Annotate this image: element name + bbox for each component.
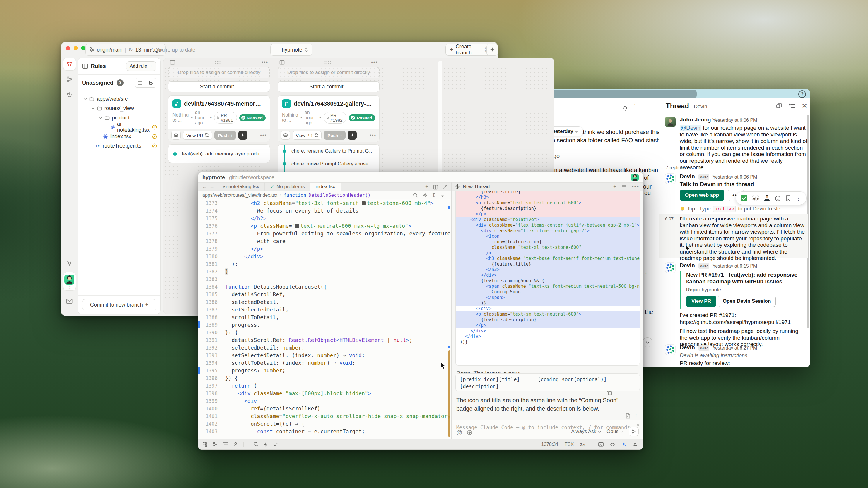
assistant-menu-icon[interactable]: ••• (632, 184, 639, 190)
start-commit-button[interactable]: Start a commit... (168, 82, 270, 92)
devin-avatar[interactable] (665, 262, 676, 273)
minimize-window-button[interactable] (73, 46, 78, 51)
code-line[interactable]: 1402 onScroll={(e) ⇒ { (198, 420, 451, 428)
branch-name[interactable]: devin/1764380749-memory-page (184, 100, 263, 107)
inline-assist-icon[interactable] (423, 193, 428, 198)
add-context-icon[interactable] (467, 430, 472, 435)
code-line[interactable]: 1390}: { (198, 329, 451, 336)
lane-menu-icon[interactable]: ••• (371, 60, 378, 65)
code-line[interactable]: 1403 const container = e.currentTarget; (198, 428, 451, 435)
workspace-tab[interactable] (63, 58, 76, 70)
code-line[interactable]: 1391 detailsScrollRef: React.RefObject<H… (198, 336, 451, 344)
collab-panel-icon[interactable] (233, 442, 244, 447)
code-line[interactable]: 1401 className="overflow-x-auto scrollba… (198, 413, 451, 420)
outline-panel-icon[interactable] (223, 442, 228, 447)
message-timestamp[interactable]: Yesterday at 6:15 PM (713, 263, 757, 269)
scroll-up-icon[interactable]: ↑ (635, 413, 638, 419)
project-switcher[interactable]: hyprnote (270, 44, 312, 56)
tab-index-tsx[interactable]: index.tsx (310, 183, 341, 191)
copilot-sparkle-icon[interactable] (621, 442, 626, 447)
code-line[interactable]: 1387 setSelectedDetail, (198, 306, 451, 314)
drag-handle-icon[interactable] (215, 61, 222, 64)
message-author[interactable]: Devin (680, 262, 695, 269)
expand-icon[interactable] (443, 185, 447, 189)
drop-zone[interactable]: Drop files to assign or commit directly (168, 67, 270, 78)
nav-forward-icon[interactable]: → (209, 184, 215, 190)
diagnostics-icon[interactable] (264, 442, 268, 447)
message-timestamp[interactable]: Yesterday at 6:06 PM (713, 118, 757, 123)
pr-link[interactable]: https://github.com/fastrepl/hyprnote/pul… (680, 319, 791, 326)
ci-status-badge[interactable]: Passed (239, 115, 266, 121)
maximize-window-button[interactable] (81, 46, 86, 51)
code-line[interactable]: 1373 <h2 className="text-3xl font-serif … (198, 199, 451, 207)
channel-more-icon[interactable]: ⋮ (632, 103, 639, 111)
tree-file[interactable]: ai-notetaking.tsx (80, 122, 159, 132)
panel-icon[interactable] (279, 60, 285, 65)
lock-edit-icon[interactable] (152, 134, 157, 139)
project-panel-icon[interactable] (203, 442, 207, 447)
tree-file[interactable]: TS routeTree.gen.ts (80, 141, 159, 151)
user-menu[interactable] (63, 272, 76, 291)
settings-button[interactable] (63, 257, 76, 270)
check-status-icon[interactable] (273, 442, 278, 446)
text-cursor-icon[interactable]: I (432, 192, 435, 198)
filter-icon[interactable] (440, 193, 445, 197)
pr-badge[interactable]: PR #1981 (214, 112, 237, 124)
view-pr-button[interactable]: View PR (686, 296, 716, 307)
code-line[interactable]: 1374 We focus on every bit of details (198, 207, 451, 215)
lock-edit-icon[interactable] (152, 125, 157, 130)
code-line[interactable]: 1384function DetailsMobileCarousel({ (198, 283, 451, 291)
commit-row[interactable]: chore: rename Gallery to Prompt Gallery … (278, 144, 379, 158)
close-icon[interactable]: ✕ (802, 102, 807, 110)
code-line[interactable]: 1379 </p> (198, 245, 451, 253)
code-line[interactable]: 1395 progress: number; (198, 367, 451, 375)
message-author[interactable]: Devin (680, 344, 695, 351)
code-line[interactable]: 1393 setSelectedDetail: (index: number) … (198, 352, 451, 359)
open-devin-session-button[interactable]: Open Devin Session (718, 296, 776, 307)
search-icon[interactable] (413, 193, 418, 198)
add-reaction-icon[interactable] (775, 195, 782, 202)
tree-view-button[interactable] (146, 78, 156, 87)
code-line[interactable]: 1389 progress, (198, 321, 451, 329)
list-view-button[interactable] (135, 78, 146, 87)
drop-zone[interactable]: Drop files to assign or commit directly (278, 67, 379, 78)
code-line[interactable]: 1382} (198, 268, 451, 275)
branch-name[interactable]: devin/1764380912-gallery-shortcuts (294, 100, 373, 107)
code-line[interactable]: 1394 scrollToDetail: (index: number) ⇒ v… (198, 359, 451, 367)
open-in-window-icon[interactable] (776, 102, 783, 109)
open-web-app-button[interactable]: Open web app (680, 190, 724, 201)
check-emoji[interactable] (741, 195, 748, 202)
ai-summarize-icon[interactable] (788, 102, 796, 109)
collab-avatar[interactable] (631, 173, 639, 181)
code-line[interactable]: 1400 ref={detailsScrollRef} (198, 405, 451, 413)
code-line[interactable]: 1388 scrollToDetail, (198, 314, 451, 321)
ai-commit-button[interactable] (348, 131, 357, 140)
permission-mode-select[interactable]: Always Ask (571, 429, 601, 434)
message-timestamp[interactable]: Yesterday at 6:27 PM (713, 346, 757, 351)
branches-tab[interactable] (63, 73, 76, 86)
lane-menu-icon[interactable]: ••• (261, 60, 268, 65)
code-line[interactable]: 1381 ); (198, 260, 451, 268)
new-tab-icon[interactable]: + (425, 184, 428, 190)
bell-icon[interactable] (622, 104, 629, 111)
model-select[interactable]: Opus (607, 429, 623, 434)
push-button[interactable]: Push↑ (324, 131, 346, 140)
split-pane-icon[interactable] (433, 185, 438, 190)
close-window-button[interactable] (66, 46, 70, 51)
editor-project-name[interactable]: hyprnote (203, 174, 225, 181)
code-line[interactable]: 1397 return ( (198, 382, 451, 390)
panel-icon[interactable] (170, 60, 175, 65)
review-bot-button[interactable] (171, 131, 181, 140)
tree-folder[interactable]: apps/web/src (80, 94, 159, 104)
start-commit-button[interactable]: Start a commit... (278, 82, 379, 92)
more-icon[interactable]: ⋮ (795, 194, 802, 202)
editor-scrollbar[interactable] (447, 199, 451, 439)
editor-titlebar[interactable]: hyprnote gitbutler/workspace (198, 172, 643, 183)
feedback-button[interactable] (63, 295, 76, 308)
history-tab[interactable] (63, 88, 76, 101)
notifications-bell-icon[interactable] (633, 442, 638, 447)
code-line[interactable]: 1399 <div (198, 397, 451, 405)
ai-commit-button[interactable] (238, 131, 247, 140)
code-line[interactable]: 1380 </div> (198, 253, 451, 260)
scroll-to-bottom-button[interactable] (643, 337, 652, 347)
